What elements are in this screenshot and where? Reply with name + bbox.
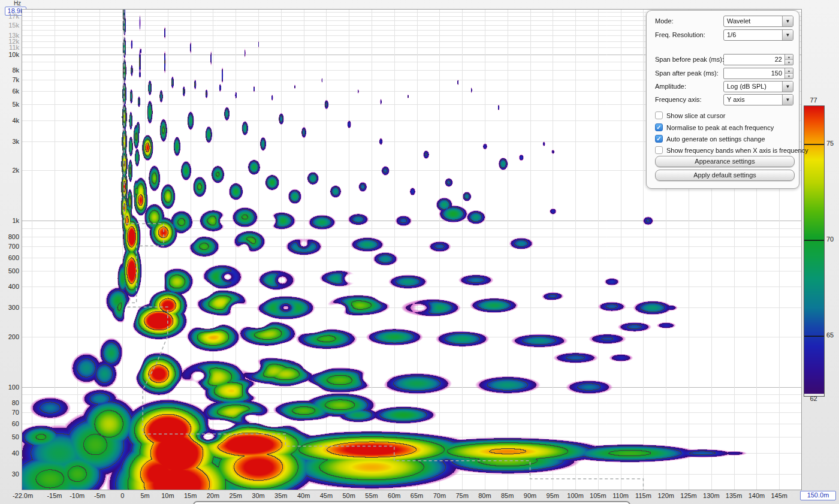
value-amplitude: Log (dB SPL) — [724, 82, 782, 92]
colorbar-tick-label: 65 — [826, 331, 834, 339]
checkbox-label-show-frequency-bands-when-x-axis-is-frequency: Show frequency bands when X axis is freq… — [666, 147, 808, 154]
y-tick-label: 100 — [0, 384, 19, 391]
y-tick-label: 60 — [0, 420, 19, 427]
y-tick-label: 40 — [0, 449, 19, 457]
value-mode: Wavelet — [724, 16, 782, 26]
spinner-up-icon[interactable]: ▲ — [785, 68, 793, 74]
y-tick-label: 70 — [0, 409, 19, 416]
y-tick-label: 500 — [0, 267, 19, 274]
y-tick-label: 200 — [0, 333, 19, 340]
x-tick-label: 145m — [765, 492, 793, 500]
value-freq-resolution: 1/6 — [724, 30, 782, 40]
y-tick-label: 11k — [0, 44, 19, 51]
x-tick-label: -22.0m — [8, 492, 37, 500]
checkbox-show-slice-at-cursor[interactable] — [655, 111, 663, 119]
setting-label-mode: Mode: — [655, 17, 674, 25]
y-tick-label: 30 — [0, 470, 19, 478]
checkbox-label-normalise-to-peak-at-each-frequency: Normalise to peak at each frequency — [666, 124, 774, 131]
apply-default-settings-button[interactable]: Apply default settings — [655, 170, 795, 181]
dropdown-frequency-axis[interactable]: Y axis▼ — [723, 94, 793, 105]
spinner-span-after-peak-ms[interactable]: 150▲▼ — [723, 68, 793, 79]
appearance-settings-button[interactable]: Appearance settings — [655, 156, 795, 167]
y-tick-label: 7k — [0, 76, 19, 83]
colorbar-tick-label: 70 — [826, 236, 834, 243]
spinner-span-before-peak-ms[interactable]: 22▲▼ — [723, 54, 793, 65]
colorbar-min-label: 62 — [804, 395, 823, 402]
lower-panel-edge — [193, 501, 630, 504]
y-tick-label: 1k — [0, 217, 19, 224]
setting-label-span-after-peak-ms: Span after peak (ms): — [655, 70, 719, 77]
checkbox-label-auto-generate-on-settings-change: Auto generate on settings change — [666, 135, 765, 143]
x-axis-max-field[interactable]: 150.0m — [800, 491, 836, 500]
y-tick-label: 50 — [0, 433, 19, 440]
y-tick-label: 700 — [0, 243, 19, 250]
spectrogram-settings-panel: Mode:Wavelet▼Freq. Resolution:1/6▼Span b… — [646, 10, 799, 189]
value-span-after-peak-ms: 150 — [724, 68, 784, 79]
dropdown-arrow-icon[interactable]: ▼ — [782, 95, 793, 105]
checkbox-show-frequency-bands-when-x-axis-is-frequency[interactable] — [655, 146, 663, 154]
y-tick-label: 3k — [0, 138, 19, 145]
y-tick-label: 8k — [0, 67, 19, 74]
value-frequency-axis: Y axis — [724, 95, 782, 105]
dropdown-amplitude[interactable]: Log (dB SPL)▼ — [723, 81, 793, 92]
rew-spectrogram-window: Hz 18.9k 17k15k13k12k11k10k8k7k6k5k4k3k2… — [0, 0, 839, 504]
dropdown-freq-resolution[interactable]: 1/6▼ — [723, 29, 793, 41]
y-tick-label: 600 — [0, 254, 19, 261]
setting-label-freq-resolution: Freq. Resolution: — [655, 31, 705, 38]
y-tick-label: 400 — [0, 283, 19, 290]
y-tick-label: 15k — [0, 22, 19, 29]
colorbar-max-label: 77 — [804, 96, 823, 104]
dropdown-arrow-icon[interactable]: ▼ — [782, 82, 793, 92]
checkbox-label-show-slice-at-cursor: Show slice at cursor — [666, 112, 725, 119]
spinner-up-icon[interactable]: ▲ — [785, 55, 793, 60]
colorbar-tick-label: 75 — [826, 140, 834, 147]
dropdown-arrow-icon[interactable]: ▼ — [782, 30, 793, 40]
checkbox-auto-generate-on-settings-change[interactable]: ✓ — [655, 135, 663, 143]
setting-label-amplitude: Amplitude: — [655, 83, 686, 90]
y-tick-label: 300 — [0, 304, 19, 311]
y-tick-label: 5k — [0, 101, 19, 108]
spinner-down-icon[interactable]: ▼ — [785, 60, 793, 65]
spinner-down-icon[interactable]: ▼ — [785, 74, 793, 79]
y-tick-label: 17k — [0, 13, 19, 20]
y-tick-label: 80 — [0, 399, 19, 406]
y-tick-label: 800 — [0, 233, 19, 240]
setting-label-frequency-axis: Frequency axis: — [655, 96, 702, 103]
dropdown-mode[interactable]: Wavelet▼ — [723, 16, 793, 27]
dropdown-arrow-icon[interactable]: ▼ — [782, 16, 793, 26]
y-axis-unit-label: Hz — [8, 0, 26, 7]
y-tick-label: 6k — [0, 87, 19, 95]
checkbox-normalise-to-peak-at-each-frequency[interactable]: ✓ — [655, 123, 663, 131]
y-tick-label: 10k — [0, 51, 19, 58]
y-tick-label: 4k — [0, 117, 19, 124]
y-tick-label: 2k — [0, 167, 19, 174]
value-span-before-peak-ms: 22 — [724, 55, 784, 65]
setting-label-span-before-peak-ms: Span before peak (ms): — [655, 56, 724, 63]
